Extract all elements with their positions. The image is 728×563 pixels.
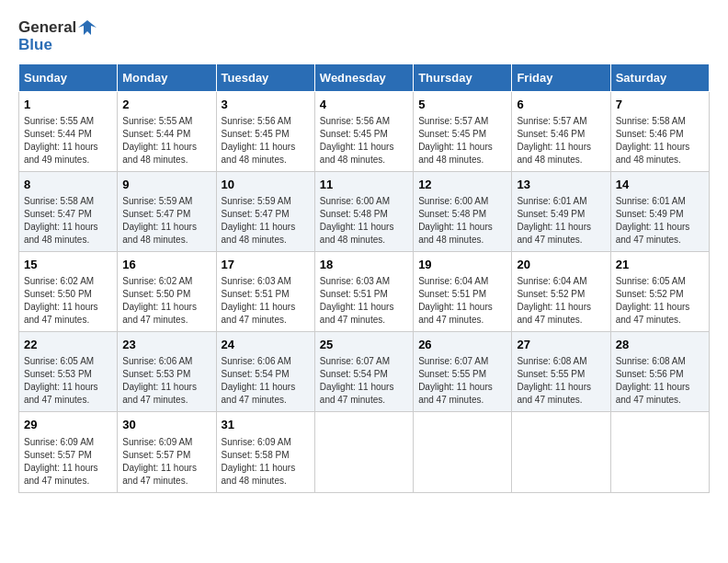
day-info: Sunrise: 6:02 AM Sunset: 5:50 PM Dayligh… bbox=[24, 275, 112, 327]
day-info: Sunrise: 5:55 AM Sunset: 5:44 PM Dayligh… bbox=[24, 115, 112, 167]
day-info: Sunrise: 5:58 AM Sunset: 5:46 PM Dayligh… bbox=[616, 115, 704, 167]
column-headers: SundayMondayTuesdayWednesdayThursdayFrid… bbox=[19, 63, 710, 91]
day-cell: 26Sunrise: 6:07 AM Sunset: 5:55 PM Dayli… bbox=[414, 332, 512, 412]
col-header-thursday: Thursday bbox=[414, 63, 512, 91]
calendar-table: SundayMondayTuesdayWednesdayThursdayFrid… bbox=[18, 63, 710, 493]
day-cell: 17Sunrise: 6:03 AM Sunset: 5:51 PM Dayli… bbox=[216, 252, 314, 332]
day-info: Sunrise: 5:59 AM Sunset: 5:47 PM Dayligh… bbox=[222, 195, 310, 247]
logo-bird-icon bbox=[78, 18, 97, 37]
day-info: Sunrise: 5:56 AM Sunset: 5:45 PM Dayligh… bbox=[222, 115, 310, 167]
day-info: Sunrise: 6:09 AM Sunset: 5:57 PM Dayligh… bbox=[122, 436, 210, 488]
week-row-2: 8Sunrise: 5:58 AM Sunset: 5:47 PM Daylig… bbox=[19, 171, 710, 251]
logo-blue: Blue bbox=[18, 37, 97, 54]
logo-general: General bbox=[18, 19, 76, 37]
day-cell: 7Sunrise: 5:58 AM Sunset: 5:46 PM Daylig… bbox=[610, 91, 709, 171]
week-row-4: 22Sunrise: 6:05 AM Sunset: 5:53 PM Dayli… bbox=[19, 332, 710, 412]
day-info: Sunrise: 5:55 AM Sunset: 5:44 PM Dayligh… bbox=[122, 115, 210, 167]
day-number: 1 bbox=[24, 97, 112, 113]
day-cell: 8Sunrise: 5:58 AM Sunset: 5:47 PM Daylig… bbox=[19, 171, 118, 251]
day-number: 18 bbox=[320, 257, 408, 273]
day-cell: 10Sunrise: 5:59 AM Sunset: 5:47 PM Dayli… bbox=[216, 171, 314, 251]
day-cell: 15Sunrise: 6:02 AM Sunset: 5:50 PM Dayli… bbox=[19, 252, 118, 332]
day-cell bbox=[512, 412, 610, 492]
day-info: Sunrise: 5:58 AM Sunset: 5:47 PM Dayligh… bbox=[24, 195, 112, 247]
day-info: Sunrise: 6:04 AM Sunset: 5:52 PM Dayligh… bbox=[517, 275, 605, 327]
day-cell: 14Sunrise: 6:01 AM Sunset: 5:49 PM Dayli… bbox=[610, 171, 709, 251]
day-cell: 6Sunrise: 5:57 AM Sunset: 5:46 PM Daylig… bbox=[512, 91, 610, 171]
day-info: Sunrise: 6:05 AM Sunset: 5:52 PM Dayligh… bbox=[616, 275, 704, 327]
day-number: 26 bbox=[418, 337, 506, 353]
day-number: 14 bbox=[616, 177, 704, 193]
day-cell bbox=[414, 412, 512, 492]
logo-container: General Blue bbox=[18, 18, 97, 54]
day-cell: 4Sunrise: 5:56 AM Sunset: 5:45 PM Daylig… bbox=[314, 91, 413, 171]
day-number: 7 bbox=[616, 97, 704, 113]
day-cell: 30Sunrise: 6:09 AM Sunset: 5:57 PM Dayli… bbox=[118, 412, 216, 492]
day-number: 29 bbox=[24, 417, 112, 433]
day-cell bbox=[610, 412, 709, 492]
day-cell: 28Sunrise: 6:08 AM Sunset: 5:56 PM Dayli… bbox=[610, 332, 709, 412]
day-number: 13 bbox=[517, 177, 605, 193]
day-info: Sunrise: 6:09 AM Sunset: 5:58 PM Dayligh… bbox=[222, 436, 310, 488]
day-cell: 25Sunrise: 6:07 AM Sunset: 5:54 PM Dayli… bbox=[314, 332, 413, 412]
day-number: 20 bbox=[517, 257, 605, 273]
col-header-monday: Monday bbox=[118, 63, 216, 91]
day-info: Sunrise: 6:04 AM Sunset: 5:51 PM Dayligh… bbox=[418, 275, 506, 327]
day-number: 17 bbox=[222, 257, 310, 273]
day-number: 27 bbox=[517, 337, 605, 353]
day-info: Sunrise: 6:01 AM Sunset: 5:49 PM Dayligh… bbox=[616, 195, 704, 247]
col-header-sunday: Sunday bbox=[19, 63, 118, 91]
day-info: Sunrise: 6:06 AM Sunset: 5:53 PM Dayligh… bbox=[122, 355, 210, 407]
day-number: 25 bbox=[320, 337, 408, 353]
day-number: 21 bbox=[616, 257, 704, 273]
day-cell: 31Sunrise: 6:09 AM Sunset: 5:58 PM Dayli… bbox=[216, 412, 314, 492]
week-row-3: 15Sunrise: 6:02 AM Sunset: 5:50 PM Dayli… bbox=[19, 252, 710, 332]
day-info: Sunrise: 6:00 AM Sunset: 5:48 PM Dayligh… bbox=[418, 195, 506, 247]
week-row-1: 1Sunrise: 5:55 AM Sunset: 5:44 PM Daylig… bbox=[19, 91, 710, 171]
day-cell: 3Sunrise: 5:56 AM Sunset: 5:45 PM Daylig… bbox=[216, 91, 314, 171]
day-info: Sunrise: 6:03 AM Sunset: 5:51 PM Dayligh… bbox=[320, 275, 408, 327]
day-number: 8 bbox=[24, 177, 112, 193]
day-cell: 2Sunrise: 5:55 AM Sunset: 5:44 PM Daylig… bbox=[118, 91, 216, 171]
day-cell: 12Sunrise: 6:00 AM Sunset: 5:48 PM Dayli… bbox=[414, 171, 512, 251]
week-row-5: 29Sunrise: 6:09 AM Sunset: 5:57 PM Dayli… bbox=[19, 412, 710, 492]
day-info: Sunrise: 6:07 AM Sunset: 5:55 PM Dayligh… bbox=[418, 355, 506, 407]
page-header: General Blue bbox=[18, 18, 710, 54]
day-number: 31 bbox=[222, 417, 310, 433]
day-number: 28 bbox=[616, 337, 704, 353]
logo: General Blue bbox=[18, 18, 97, 54]
day-info: Sunrise: 6:02 AM Sunset: 5:50 PM Dayligh… bbox=[122, 275, 210, 327]
day-info: Sunrise: 6:00 AM Sunset: 5:48 PM Dayligh… bbox=[320, 195, 408, 247]
svg-marker-0 bbox=[78, 20, 97, 35]
day-cell: 18Sunrise: 6:03 AM Sunset: 5:51 PM Dayli… bbox=[314, 252, 413, 332]
day-number: 23 bbox=[122, 337, 210, 353]
day-info: Sunrise: 5:57 AM Sunset: 5:45 PM Dayligh… bbox=[418, 115, 506, 167]
day-info: Sunrise: 5:59 AM Sunset: 5:47 PM Dayligh… bbox=[122, 195, 210, 247]
day-number: 15 bbox=[24, 257, 112, 273]
day-number: 5 bbox=[418, 97, 506, 113]
day-info: Sunrise: 6:03 AM Sunset: 5:51 PM Dayligh… bbox=[222, 275, 310, 327]
col-header-wednesday: Wednesday bbox=[314, 63, 413, 91]
day-cell bbox=[314, 412, 413, 492]
day-info: Sunrise: 6:08 AM Sunset: 5:55 PM Dayligh… bbox=[517, 355, 605, 407]
day-cell: 5Sunrise: 5:57 AM Sunset: 5:45 PM Daylig… bbox=[414, 91, 512, 171]
day-number: 2 bbox=[122, 97, 210, 113]
day-cell: 22Sunrise: 6:05 AM Sunset: 5:53 PM Dayli… bbox=[19, 332, 118, 412]
col-header-saturday: Saturday bbox=[610, 63, 709, 91]
day-cell: 21Sunrise: 6:05 AM Sunset: 5:52 PM Dayli… bbox=[610, 252, 709, 332]
day-number: 9 bbox=[122, 177, 210, 193]
day-cell: 11Sunrise: 6:00 AM Sunset: 5:48 PM Dayli… bbox=[314, 171, 413, 251]
day-cell: 16Sunrise: 6:02 AM Sunset: 5:50 PM Dayli… bbox=[118, 252, 216, 332]
day-cell: 13Sunrise: 6:01 AM Sunset: 5:49 PM Dayli… bbox=[512, 171, 610, 251]
col-header-tuesday: Tuesday bbox=[216, 63, 314, 91]
day-cell: 29Sunrise: 6:09 AM Sunset: 5:57 PM Dayli… bbox=[19, 412, 118, 492]
day-info: Sunrise: 6:05 AM Sunset: 5:53 PM Dayligh… bbox=[24, 355, 112, 407]
day-number: 30 bbox=[122, 417, 210, 433]
day-number: 12 bbox=[418, 177, 506, 193]
day-number: 11 bbox=[320, 177, 408, 193]
day-number: 3 bbox=[222, 97, 310, 113]
day-number: 6 bbox=[517, 97, 605, 113]
day-cell: 9Sunrise: 5:59 AM Sunset: 5:47 PM Daylig… bbox=[118, 171, 216, 251]
day-cell: 24Sunrise: 6:06 AM Sunset: 5:54 PM Dayli… bbox=[216, 332, 314, 412]
day-number: 10 bbox=[222, 177, 310, 193]
